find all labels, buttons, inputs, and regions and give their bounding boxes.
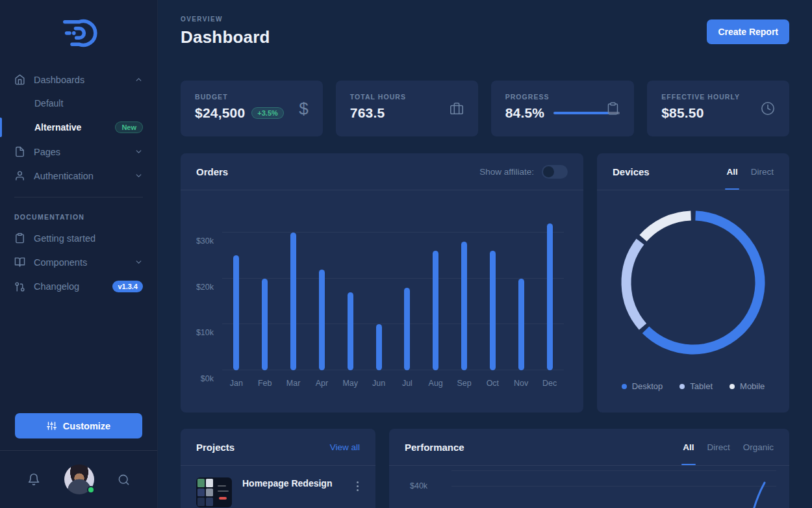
bar-column xyxy=(535,214,564,370)
sidebar-item-dashboards[interactable]: Dashboards xyxy=(0,68,157,92)
online-status-dot xyxy=(87,486,95,494)
stat-value: $24,500 xyxy=(195,105,245,121)
git-branch-icon xyxy=(14,281,25,292)
bar-oct xyxy=(490,251,496,370)
bar-dec xyxy=(547,223,553,370)
performance-card-header: Performance All Direct Organic xyxy=(389,429,789,466)
devices-tab-all[interactable]: All xyxy=(726,155,737,189)
performance-title: Performance xyxy=(405,442,464,453)
bar-feb xyxy=(262,279,268,370)
sidebar-item-label: Default xyxy=(34,98,63,108)
bar-column xyxy=(279,214,308,370)
sidebar-item-authentication[interactable]: Authentication xyxy=(0,164,157,188)
devices-legend: DesktopTabletMobile xyxy=(597,381,789,391)
bar-may xyxy=(348,292,353,370)
bar-column xyxy=(336,214,364,370)
devices-title: Devices xyxy=(613,166,650,177)
legend-item-desktop[interactable]: Desktop xyxy=(622,381,663,391)
view-all-link[interactable]: View all xyxy=(330,442,360,452)
performance-tab-direct[interactable]: Direct xyxy=(707,430,730,464)
sidebar-item-default[interactable]: Default xyxy=(0,92,157,115)
project-list-item[interactable]: Homepage Redesign xyxy=(181,466,375,507)
dollar-icon: $ xyxy=(299,99,308,119)
sidebar-item-label: Authentication xyxy=(34,171,94,181)
stat-value: 763.5 xyxy=(350,105,385,121)
book-icon xyxy=(14,257,25,268)
donut-segment-tablet xyxy=(618,207,768,358)
legend-label: Tablet xyxy=(690,381,713,391)
file-icon xyxy=(14,146,25,157)
performance-tab-organic[interactable]: Organic xyxy=(743,430,774,464)
bar-column xyxy=(422,214,450,370)
show-affiliate-label: Show affiliate: xyxy=(479,167,534,177)
x-axis-tick: Sep xyxy=(450,379,479,388)
sidebar: Dashboards Default Alternative New Pages xyxy=(0,0,158,508)
performance-tab-all[interactable]: All xyxy=(683,430,694,464)
avatar[interactable] xyxy=(64,464,94,494)
delta-badge: +3.5% xyxy=(251,107,284,119)
orders-card: Orders Show affiliate: $0k$10k$20k$30k J… xyxy=(181,153,583,413)
chevron-down-icon xyxy=(134,258,143,266)
x-axis-tick: Jul xyxy=(393,379,422,388)
charts-row: Orders Show affiliate: $0k$10k$20k$30k J… xyxy=(181,153,789,413)
devices-tab-direct[interactable]: Direct xyxy=(751,155,774,189)
sidebar-item-components[interactable]: Components xyxy=(0,250,157,274)
orders-bar-chart: $0k$10k$20k$30k xyxy=(222,214,564,370)
orders-title: Orders xyxy=(196,166,228,177)
sidebar-docs-nav: Getting started Components Changelog v1.… xyxy=(0,226,157,299)
stats-row: Budget $24,500 +3.5% $ Total hours 763.5… xyxy=(181,81,789,136)
legend-label: Mobile xyxy=(740,381,765,391)
legend-dot xyxy=(730,384,735,389)
kebab-menu-icon[interactable] xyxy=(355,477,360,495)
projects-card-header: Projects View all xyxy=(181,429,375,466)
sidebar-item-changelog[interactable]: Changelog v1.3.4 xyxy=(0,274,157,299)
bar-sep xyxy=(461,242,467,370)
clipboard-icon xyxy=(606,102,620,116)
x-axis-tick: Oct xyxy=(478,379,507,388)
sidebar-item-pages[interactable]: Pages xyxy=(0,140,157,164)
bar-nov xyxy=(518,279,524,370)
legend-item-mobile[interactable]: Mobile xyxy=(730,381,765,391)
stat-label: Effective hourly xyxy=(661,93,775,101)
stat-label: Progress xyxy=(505,93,620,101)
sidebar-item-label: Alternative xyxy=(34,122,81,133)
bar-jun xyxy=(376,324,382,370)
page-title: Dashboard xyxy=(181,27,270,47)
sliders-icon xyxy=(47,421,57,431)
bell-icon[interactable] xyxy=(27,473,40,486)
dashboards-submenu: Default Alternative New xyxy=(0,92,157,140)
sidebar-item-label: Getting started xyxy=(34,233,95,244)
performance-card: Performance All Direct Organic $40k xyxy=(389,429,789,508)
donut-segment-mobile xyxy=(618,207,768,358)
devices-card-header: Devices All Direct xyxy=(597,153,789,190)
brand-logo[interactable] xyxy=(60,16,97,51)
create-report-button[interactable]: Create Report xyxy=(707,19,789,44)
clock-icon xyxy=(761,101,775,116)
customize-button[interactable]: Customize xyxy=(15,413,142,438)
legend-item-tablet[interactable]: Tablet xyxy=(679,381,713,391)
sidebar-item-alternative[interactable]: Alternative New xyxy=(0,115,157,140)
new-badge: New xyxy=(115,121,143,133)
projects-card: Projects View all Homepage Redesign xyxy=(181,429,375,508)
x-axis-tick: Jan xyxy=(222,379,251,388)
show-affiliate-toggle[interactable] xyxy=(542,165,568,179)
sidebar-item-getting-started[interactable]: Getting started xyxy=(0,226,157,250)
y-axis-tick: $10k xyxy=(196,328,214,337)
customize-button-label: Customize xyxy=(63,421,110,431)
search-icon[interactable] xyxy=(118,474,130,486)
sidebar-item-label: Changelog xyxy=(34,281,79,292)
chevron-up-icon xyxy=(134,75,143,84)
bar-column xyxy=(307,214,336,370)
x-axis-tick: Nov xyxy=(507,379,535,388)
main-content: Overview Dashboard Create Report Budget … xyxy=(158,0,812,508)
projects-title: Projects xyxy=(196,442,235,453)
bar-column xyxy=(364,214,393,370)
stat-card-progress: Progress 84.5% xyxy=(491,81,635,136)
orders-card-header: Orders Show affiliate: xyxy=(181,153,583,190)
x-axis-tick: Mar xyxy=(279,379,308,388)
bar-column xyxy=(251,214,279,370)
y-axis-tick: $0k xyxy=(201,374,214,383)
y-axis-tick: $30k xyxy=(196,236,214,246)
toggle-knob xyxy=(543,166,554,177)
stat-label: Total hours xyxy=(350,93,464,101)
